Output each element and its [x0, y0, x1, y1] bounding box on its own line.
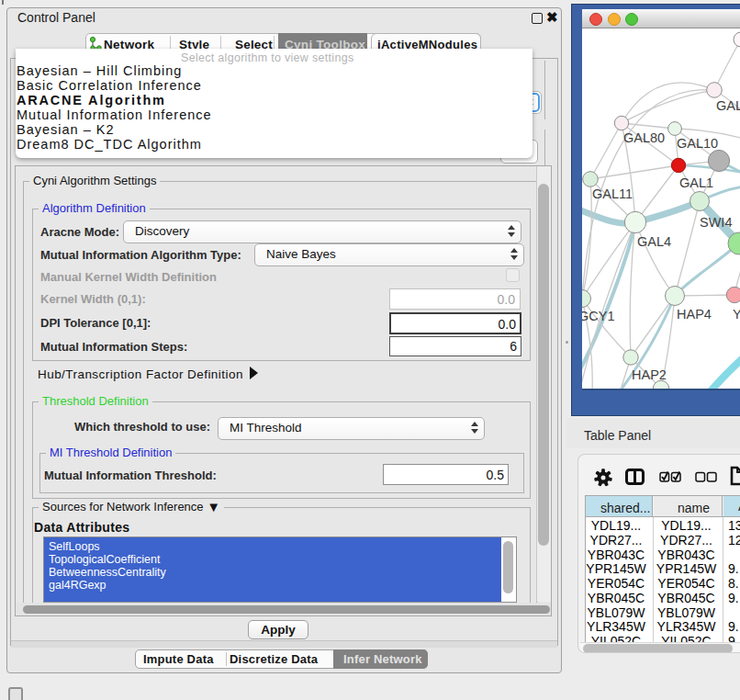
svg-text:Y: Y	[733, 307, 740, 322]
svg-text:HAP4: HAP4	[677, 307, 712, 322]
svg-text:GAL80: GAL80	[623, 130, 665, 145]
svg-text:SWI4: SWI4	[700, 215, 732, 230]
svg-text:GAL11: GAL11	[592, 186, 633, 201]
svg-text:GAL4: GAL4	[637, 234, 671, 249]
svg-text:HAP2: HAP2	[632, 367, 667, 382]
svg-text:GAL10: GAL10	[677, 136, 718, 151]
svg-text:GCY1: GCY1	[582, 309, 615, 323]
svg-text:GAL7: GAL7	[716, 98, 740, 113]
svg-text:GAL1: GAL1	[679, 175, 713, 190]
